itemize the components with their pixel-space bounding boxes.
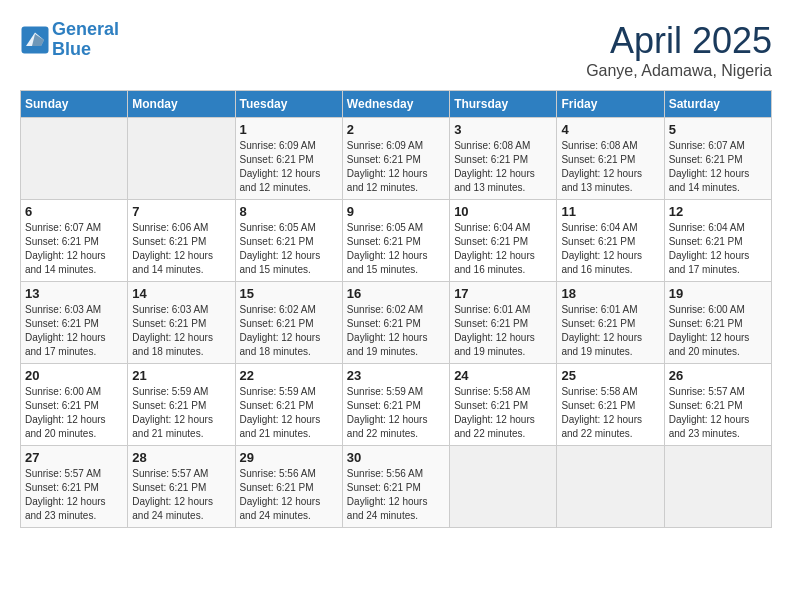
page-header: General Blue April 2025 Ganye, Adamawa, … bbox=[20, 20, 772, 80]
day-info: Sunrise: 5:59 AM Sunset: 6:21 PM Dayligh… bbox=[240, 385, 338, 441]
calendar-cell: 4Sunrise: 6:08 AM Sunset: 6:21 PM Daylig… bbox=[557, 118, 664, 200]
day-info: Sunrise: 6:07 AM Sunset: 6:21 PM Dayligh… bbox=[25, 221, 123, 277]
calendar-cell: 25Sunrise: 5:58 AM Sunset: 6:21 PM Dayli… bbox=[557, 364, 664, 446]
month-title: April 2025 bbox=[586, 20, 772, 62]
calendar-cell: 12Sunrise: 6:04 AM Sunset: 6:21 PM Dayli… bbox=[664, 200, 771, 282]
day-number: 19 bbox=[669, 286, 767, 301]
calendar-cell: 16Sunrise: 6:02 AM Sunset: 6:21 PM Dayli… bbox=[342, 282, 449, 364]
day-number: 14 bbox=[132, 286, 230, 301]
day-number: 28 bbox=[132, 450, 230, 465]
column-header-tuesday: Tuesday bbox=[235, 91, 342, 118]
day-info: Sunrise: 6:09 AM Sunset: 6:21 PM Dayligh… bbox=[240, 139, 338, 195]
calendar-week-row: 27Sunrise: 5:57 AM Sunset: 6:21 PM Dayli… bbox=[21, 446, 772, 528]
day-number: 11 bbox=[561, 204, 659, 219]
calendar-cell bbox=[21, 118, 128, 200]
column-header-saturday: Saturday bbox=[664, 91, 771, 118]
day-info: Sunrise: 6:08 AM Sunset: 6:21 PM Dayligh… bbox=[454, 139, 552, 195]
day-number: 18 bbox=[561, 286, 659, 301]
calendar-cell: 3Sunrise: 6:08 AM Sunset: 6:21 PM Daylig… bbox=[450, 118, 557, 200]
calendar-cell: 21Sunrise: 5:59 AM Sunset: 6:21 PM Dayli… bbox=[128, 364, 235, 446]
calendar-cell: 17Sunrise: 6:01 AM Sunset: 6:21 PM Dayli… bbox=[450, 282, 557, 364]
calendar-week-row: 20Sunrise: 6:00 AM Sunset: 6:21 PM Dayli… bbox=[21, 364, 772, 446]
day-number: 21 bbox=[132, 368, 230, 383]
logo-icon bbox=[20, 25, 50, 55]
day-info: Sunrise: 5:57 AM Sunset: 6:21 PM Dayligh… bbox=[669, 385, 767, 441]
day-info: Sunrise: 5:58 AM Sunset: 6:21 PM Dayligh… bbox=[454, 385, 552, 441]
day-number: 12 bbox=[669, 204, 767, 219]
day-number: 29 bbox=[240, 450, 338, 465]
day-info: Sunrise: 5:56 AM Sunset: 6:21 PM Dayligh… bbox=[347, 467, 445, 523]
day-number: 30 bbox=[347, 450, 445, 465]
day-info: Sunrise: 6:08 AM Sunset: 6:21 PM Dayligh… bbox=[561, 139, 659, 195]
day-number: 17 bbox=[454, 286, 552, 301]
day-number: 27 bbox=[25, 450, 123, 465]
day-number: 1 bbox=[240, 122, 338, 137]
day-info: Sunrise: 5:57 AM Sunset: 6:21 PM Dayligh… bbox=[132, 467, 230, 523]
logo-blue: Blue bbox=[52, 39, 91, 59]
day-number: 22 bbox=[240, 368, 338, 383]
day-number: 4 bbox=[561, 122, 659, 137]
calendar-cell: 2Sunrise: 6:09 AM Sunset: 6:21 PM Daylig… bbox=[342, 118, 449, 200]
calendar-cell: 20Sunrise: 6:00 AM Sunset: 6:21 PM Dayli… bbox=[21, 364, 128, 446]
calendar-cell: 27Sunrise: 5:57 AM Sunset: 6:21 PM Dayli… bbox=[21, 446, 128, 528]
calendar-cell: 8Sunrise: 6:05 AM Sunset: 6:21 PM Daylig… bbox=[235, 200, 342, 282]
logo: General Blue bbox=[20, 20, 119, 60]
day-info: Sunrise: 5:58 AM Sunset: 6:21 PM Dayligh… bbox=[561, 385, 659, 441]
location-subtitle: Ganye, Adamawa, Nigeria bbox=[586, 62, 772, 80]
calendar-week-row: 13Sunrise: 6:03 AM Sunset: 6:21 PM Dayli… bbox=[21, 282, 772, 364]
column-header-friday: Friday bbox=[557, 91, 664, 118]
calendar-cell: 11Sunrise: 6:04 AM Sunset: 6:21 PM Dayli… bbox=[557, 200, 664, 282]
day-number: 20 bbox=[25, 368, 123, 383]
day-number: 23 bbox=[347, 368, 445, 383]
calendar-cell: 22Sunrise: 5:59 AM Sunset: 6:21 PM Dayli… bbox=[235, 364, 342, 446]
day-number: 2 bbox=[347, 122, 445, 137]
calendar-cell: 14Sunrise: 6:03 AM Sunset: 6:21 PM Dayli… bbox=[128, 282, 235, 364]
day-info: Sunrise: 6:05 AM Sunset: 6:21 PM Dayligh… bbox=[347, 221, 445, 277]
title-block: April 2025 Ganye, Adamawa, Nigeria bbox=[586, 20, 772, 80]
day-number: 5 bbox=[669, 122, 767, 137]
day-info: Sunrise: 6:00 AM Sunset: 6:21 PM Dayligh… bbox=[669, 303, 767, 359]
day-number: 24 bbox=[454, 368, 552, 383]
calendar-cell: 9Sunrise: 6:05 AM Sunset: 6:21 PM Daylig… bbox=[342, 200, 449, 282]
calendar-cell: 23Sunrise: 5:59 AM Sunset: 6:21 PM Dayli… bbox=[342, 364, 449, 446]
day-info: Sunrise: 6:04 AM Sunset: 6:21 PM Dayligh… bbox=[669, 221, 767, 277]
day-info: Sunrise: 5:59 AM Sunset: 6:21 PM Dayligh… bbox=[132, 385, 230, 441]
calendar-cell: 26Sunrise: 5:57 AM Sunset: 6:21 PM Dayli… bbox=[664, 364, 771, 446]
day-number: 8 bbox=[240, 204, 338, 219]
calendar-cell: 18Sunrise: 6:01 AM Sunset: 6:21 PM Dayli… bbox=[557, 282, 664, 364]
calendar-week-row: 1Sunrise: 6:09 AM Sunset: 6:21 PM Daylig… bbox=[21, 118, 772, 200]
calendar-cell: 29Sunrise: 5:56 AM Sunset: 6:21 PM Dayli… bbox=[235, 446, 342, 528]
day-info: Sunrise: 5:59 AM Sunset: 6:21 PM Dayligh… bbox=[347, 385, 445, 441]
day-info: Sunrise: 6:07 AM Sunset: 6:21 PM Dayligh… bbox=[669, 139, 767, 195]
day-info: Sunrise: 6:05 AM Sunset: 6:21 PM Dayligh… bbox=[240, 221, 338, 277]
calendar-cell: 5Sunrise: 6:07 AM Sunset: 6:21 PM Daylig… bbox=[664, 118, 771, 200]
calendar-cell: 1Sunrise: 6:09 AM Sunset: 6:21 PM Daylig… bbox=[235, 118, 342, 200]
day-number: 3 bbox=[454, 122, 552, 137]
calendar-cell bbox=[450, 446, 557, 528]
calendar-cell: 28Sunrise: 5:57 AM Sunset: 6:21 PM Dayli… bbox=[128, 446, 235, 528]
day-info: Sunrise: 6:02 AM Sunset: 6:21 PM Dayligh… bbox=[240, 303, 338, 359]
calendar-header-row: SundayMondayTuesdayWednesdayThursdayFrid… bbox=[21, 91, 772, 118]
column-header-monday: Monday bbox=[128, 91, 235, 118]
column-header-thursday: Thursday bbox=[450, 91, 557, 118]
day-info: Sunrise: 5:57 AM Sunset: 6:21 PM Dayligh… bbox=[25, 467, 123, 523]
day-number: 10 bbox=[454, 204, 552, 219]
calendar-cell: 10Sunrise: 6:04 AM Sunset: 6:21 PM Dayli… bbox=[450, 200, 557, 282]
day-number: 25 bbox=[561, 368, 659, 383]
day-number: 13 bbox=[25, 286, 123, 301]
day-info: Sunrise: 6:03 AM Sunset: 6:21 PM Dayligh… bbox=[25, 303, 123, 359]
day-number: 7 bbox=[132, 204, 230, 219]
calendar-cell bbox=[557, 446, 664, 528]
logo-general: General bbox=[52, 19, 119, 39]
day-info: Sunrise: 6:04 AM Sunset: 6:21 PM Dayligh… bbox=[454, 221, 552, 277]
calendar-cell: 6Sunrise: 6:07 AM Sunset: 6:21 PM Daylig… bbox=[21, 200, 128, 282]
day-number: 15 bbox=[240, 286, 338, 301]
day-number: 16 bbox=[347, 286, 445, 301]
column-header-wednesday: Wednesday bbox=[342, 91, 449, 118]
day-number: 6 bbox=[25, 204, 123, 219]
day-info: Sunrise: 6:03 AM Sunset: 6:21 PM Dayligh… bbox=[132, 303, 230, 359]
calendar-cell: 19Sunrise: 6:00 AM Sunset: 6:21 PM Dayli… bbox=[664, 282, 771, 364]
day-info: Sunrise: 6:01 AM Sunset: 6:21 PM Dayligh… bbox=[454, 303, 552, 359]
calendar-cell: 15Sunrise: 6:02 AM Sunset: 6:21 PM Dayli… bbox=[235, 282, 342, 364]
day-info: Sunrise: 6:02 AM Sunset: 6:21 PM Dayligh… bbox=[347, 303, 445, 359]
